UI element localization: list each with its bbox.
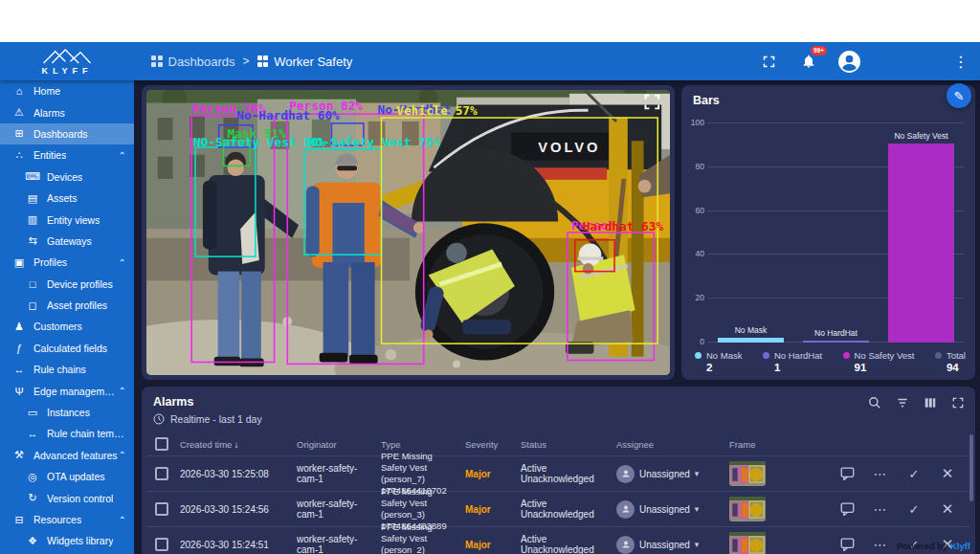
sidebar-item-dashboards[interactable]: ⊞Dashboards [0, 123, 134, 144]
sidebar-item-customers[interactable]: ♟Customers [0, 316, 134, 337]
bar[interactable] [888, 144, 954, 343]
table-scrollbar[interactable] [969, 434, 973, 501]
expand-icon [951, 396, 965, 410]
detection-label: NO-Safety Vest 75% [308, 135, 441, 149]
select-all-checkbox[interactable] [155, 437, 168, 451]
legend-item-total[interactable]: Total 94 [935, 350, 966, 373]
col-frame[interactable]: Frame [729, 439, 801, 450]
camera-feed-widget[interactable]: VOLVO [142, 85, 675, 380]
alarm-frame-thumbnail[interactable] [729, 532, 766, 554]
fullscreen-button[interactable] [756, 49, 781, 74]
sidebar-item-instances[interactable]: ▭Instances [0, 402, 134, 423]
legend-value: 91 [843, 362, 915, 373]
col-status[interactable]: Status [521, 439, 616, 450]
sidebar-item-device-profiles[interactable]: □Device profiles [0, 274, 134, 295]
col-assignee[interactable]: Assignee [616, 439, 729, 450]
alarm-frame-thumbnail[interactable] [729, 497, 766, 521]
comment-button[interactable] [838, 500, 856, 518]
alarm-status: Active Unacknowledged [521, 463, 616, 484]
legend-item-no-safety-vest[interactable]: No Safety Vest 91 [843, 350, 915, 373]
avatar-icon [837, 50, 861, 74]
sidebar-item-alarms[interactable]: ⚠Alarms [0, 101, 134, 122]
sidebar-item-calculated-fields[interactable]: ƒCalculated fields [0, 338, 134, 359]
row-checkbox[interactable] [155, 502, 168, 516]
sidebar-item-version-control[interactable]: ↻Version control [0, 487, 134, 508]
vehicle-brand-text: VOLVO [538, 140, 600, 155]
search-button[interactable] [867, 395, 882, 410]
app-logo[interactable]: KLYFF [0, 42, 134, 80]
alarm-created-time: 2026-03-30 15:25:08 [180, 469, 297, 479]
sidebar-item-entity-views[interactable]: ▥Entity views [0, 209, 134, 230]
clear-alarm-button[interactable]: ✕ [939, 465, 956, 482]
sidebar-item-asset-profiles[interactable]: ◻Asset profiles [0, 295, 134, 316]
col-originator[interactable]: Originator [297, 439, 381, 450]
bar[interactable] [803, 341, 869, 343]
y-tick: 0 [685, 337, 704, 346]
home-icon: ⌂ [11, 85, 27, 97]
alarm-type: PPE Missing Safety Vest (person_2) 17748… [381, 521, 465, 554]
more-menu-button[interactable]: ⋮ [951, 53, 970, 71]
widget-title: Bars [693, 94, 720, 107]
sidebar-item-devices[interactable]: ⌨Devices [0, 166, 134, 188]
bar[interactable] [718, 338, 784, 343]
breadcrumb-current-dashboard[interactable]: Worker Safety [257, 55, 353, 69]
asset-profiles-icon: ◻ [25, 299, 40, 312]
breadcrumb-dashboards[interactable]: Dashboards [151, 55, 235, 69]
more-actions-button[interactable]: ⋯ [872, 500, 889, 518]
bar-chart-plot: 100 80 60 40 20 0 No Mask No HardHat [708, 123, 964, 343]
sidebar-item-widgets-library[interactable]: ❖Widgets library [0, 530, 134, 551]
comment-button[interactable] [838, 536, 856, 553]
col-type[interactable]: Type [381, 439, 465, 450]
assignee-dropdown[interactable]: Unassigned ▾ [616, 465, 729, 483]
col-severity[interactable]: Severity [465, 439, 521, 450]
bar-no-hardhat: No HardHat [793, 123, 879, 343]
alarms-time-window[interactable]: Realtime - last 1 day [153, 413, 262, 425]
sidebar-item-resources[interactable]: ⊟Resources⌃ [0, 509, 134, 530]
comment-button[interactable] [838, 465, 856, 482]
chevron-down-icon: ▾ [695, 469, 700, 478]
acknowledge-button[interactable]: ✓ [905, 465, 923, 482]
acknowledge-button[interactable]: ✓ [905, 500, 923, 518]
sidebar-item-assets[interactable]: ▤Assets [0, 188, 134, 209]
filter-button[interactable] [895, 395, 910, 410]
detection-label: NO-Safety Vest 80% [193, 135, 326, 149]
user-menu-button[interactable] [836, 49, 861, 74]
assignee-dropdown[interactable]: Unassigned ▾ [616, 536, 729, 554]
notifications-button[interactable]: 99+ [796, 49, 821, 74]
sidebar-item-profiles[interactable]: ▣Profiles⌃ [0, 252, 134, 273]
legend-item-no-mask[interactable]: No Mask 2 [695, 350, 742, 373]
assignee-avatar-icon [616, 500, 635, 519]
sidebar-item-rule-chain-templates[interactable]: ↔Rule chain templates [0, 423, 134, 444]
assignee-dropdown[interactable]: Unassigned ▾ [616, 500, 729, 519]
chevron-down-icon: ▾ [695, 504, 700, 514]
chevron-up-icon: ⌃ [119, 450, 126, 460]
more-actions-button[interactable]: ⋯ [872, 465, 889, 482]
columns-button[interactable] [923, 395, 938, 410]
sidebar-item-advanced-features[interactable]: ⚒Advanced features⌃ [0, 445, 134, 466]
rule-chain-templates-icon: ↔ [25, 428, 40, 439]
history-icon: ↻ [25, 492, 40, 504]
sidebar-item-entities[interactable]: ∴Entities⌃ [0, 144, 134, 166]
sidebar-item-edge-management[interactable]: ΨEdge management⌃ [0, 380, 134, 401]
sidebar-item-rule-chains[interactable]: ↔Rule chains [0, 359, 134, 380]
alarm-frame-thumbnail[interactable] [729, 461, 766, 486]
pencil-icon: ✎ [954, 89, 965, 103]
widget-fullscreen-button[interactable] [950, 395, 966, 410]
alarm-row[interactable]: 2026-03-30 15:24:56 worker-safety-cam-1 … [147, 492, 969, 527]
sidebar-item-ota-updates[interactable]: ◎OTA updates [0, 466, 134, 487]
alarm-row[interactable]: 2026-03-30 15:25:08 worker-safety-cam-1 … [147, 456, 969, 492]
alarms-widget: Alarms Realtime - last 1 day [142, 387, 975, 554]
clear-alarm-button[interactable]: ✕ [939, 500, 956, 518]
edit-dashboard-button[interactable]: ✎ [947, 83, 971, 108]
sidebar-item-home[interactable]: ⌂Home [0, 80, 134, 101]
row-checkbox[interactable] [155, 538, 168, 551]
sidebar-item-gateways[interactable]: ⇆Gateways [0, 231, 134, 252]
col-created-time[interactable]: Created time↓ [180, 439, 297, 450]
alarm-row[interactable]: 2026-03-30 15:24:51 worker-safety-cam-1 … [147, 527, 969, 554]
row-checkbox[interactable] [155, 467, 168, 480]
legend-item-no-hardhat[interactable]: No HardHat 1 [763, 350, 822, 373]
comment-icon [840, 538, 855, 551]
bell-icon [801, 54, 816, 69]
more-actions-button[interactable]: ⋯ [872, 536, 889, 553]
dashboards-icon: ⊞ [11, 127, 27, 140]
